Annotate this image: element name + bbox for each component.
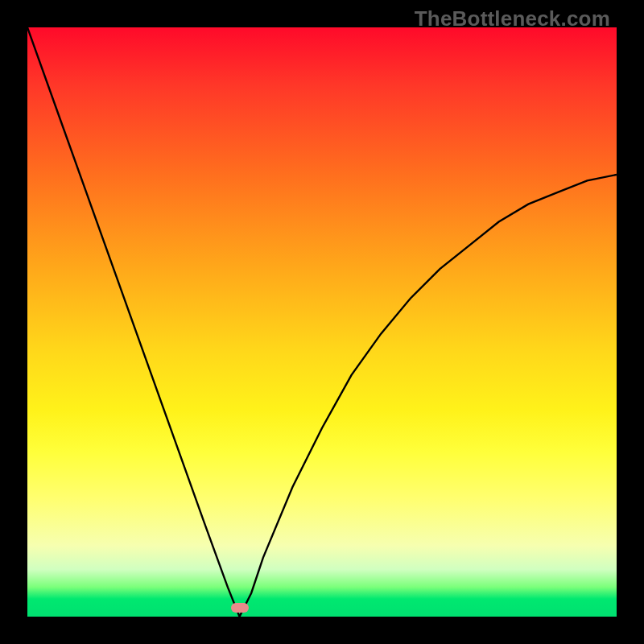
watermark-text: TheBottleneck.com [415, 6, 610, 31]
chart-frame: TheBottleneck.com [0, 0, 644, 644]
optimum-marker [231, 603, 249, 613]
bottleneck-curve [27, 27, 617, 617]
plot-area [27, 27, 617, 617]
curve-svg [27, 27, 617, 617]
